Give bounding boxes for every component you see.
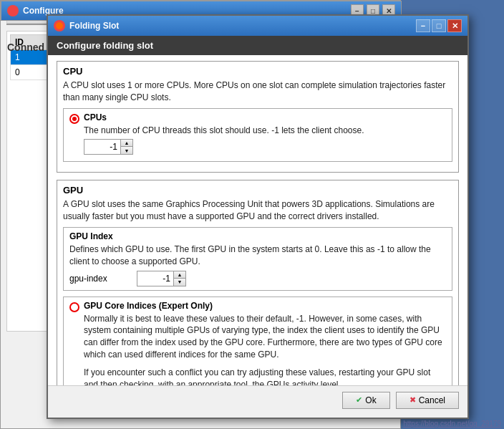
- modal-body[interactable]: CPU A CPU slot uses 1 or more CPUs. More…: [48, 55, 467, 385]
- cancel-label: Cancel: [419, 395, 445, 405]
- gpu-index-desc: Defines which GPU to use. The first GPU …: [69, 244, 446, 268]
- connected-label: Conned: [7, 42, 44, 53]
- cpus-subsection: CPUs The number of CPU threads this slot…: [63, 108, 452, 163]
- cpus-down-arrow[interactable]: ▼: [121, 147, 132, 154]
- gpu-core-radio[interactable]: [69, 302, 79, 312]
- url-bar: https://blog.csdn.net/qq_29179: [400, 418, 504, 429]
- gpu-index-arrows: ▲ ▼: [173, 271, 185, 286]
- gpu-core-desc1: Normally it is best to leave these value…: [84, 313, 446, 361]
- gpu-index-spinbox-row: gpu-index -1 ▲ ▼: [69, 271, 446, 286]
- cancel-icon: ✖: [410, 395, 416, 405]
- modal-title: Folding Slot: [69, 21, 119, 31]
- gpu-core-title: GPU Core Indices (Expert Only): [84, 301, 446, 311]
- folding-slot-modal: Folding Slot − □ ✕ Configure folding slo…: [47, 14, 469, 419]
- modal-header-label: Configure folding slot: [57, 40, 153, 51]
- cpus-spinbox-row: -1 ▲ ▼: [84, 139, 364, 155]
- modal-maximize-btn[interactable]: □: [432, 19, 446, 32]
- gpu-core-radio-row: GPU Core Indices (Expert Only) Normally …: [69, 301, 446, 385]
- gpu-section-desc: A GPU slot uses the same Graphics Proces…: [63, 198, 452, 223]
- svg-point-0: [56, 22, 63, 29]
- gpu-index-title: GPU Index: [69, 231, 446, 241]
- gpu-index-down-arrow[interactable]: ▼: [174, 279, 185, 286]
- gpu-core-desc2: If you encounter such a conflict you can…: [84, 367, 446, 385]
- footer-cancel-button[interactable]: ✖ Cancel: [396, 392, 459, 409]
- cpus-spinbox[interactable]: -1 ▲ ▼: [84, 139, 133, 155]
- cpus-radio[interactable]: [69, 114, 79, 124]
- modal-footer: ✔ Ok ✖ Cancel: [48, 385, 467, 414]
- modal-close-btn[interactable]: ✕: [447, 19, 462, 32]
- cpus-desc: The number of CPU threads this slot shou…: [84, 125, 364, 137]
- ok-icon: ✔: [356, 395, 362, 405]
- cpu-section-title: CPU: [63, 66, 452, 77]
- gpu-index-input[interactable]: -1: [137, 272, 173, 285]
- gpu-index-up-arrow[interactable]: ▲: [174, 271, 185, 279]
- modal-title-bar: Folding Slot − □ ✕: [48, 16, 467, 36]
- gpu-core-subsection: GPU Core Indices (Expert Only) Normally …: [63, 297, 452, 385]
- modal-minimize-btn[interactable]: −: [416, 19, 430, 32]
- modal-app-icon: [54, 20, 65, 32]
- cpu-section: CPU A CPU slot uses 1 or more CPUs. More…: [57, 61, 459, 173]
- gpu-section-title: GPU: [63, 185, 452, 196]
- cpu-section-desc: A CPU slot uses 1 or more CPUs. More CPU…: [63, 79, 452, 104]
- cpus-radio-row: CPUs The number of CPU threads this slot…: [69, 112, 446, 155]
- gpu-index-spinbox[interactable]: -1 ▲ ▼: [137, 271, 186, 286]
- gpu-section: GPU A GPU slot uses the same Graphics Pr…: [57, 180, 459, 385]
- ok-button[interactable]: ✔ Ok: [342, 392, 389, 409]
- cpus-up-arrow[interactable]: ▲: [121, 140, 132, 147]
- gpu-index-label: gpu-index: [69, 274, 134, 284]
- cpus-input[interactable]: -1: [84, 140, 120, 153]
- modal-win-controls: − □ ✕: [416, 19, 462, 32]
- cpus-arrows: ▲ ▼: [120, 140, 132, 154]
- gpu-index-subsection: GPU Index Defines which GPU to use. The …: [63, 227, 452, 291]
- configure-app-icon: [7, 5, 19, 16]
- cpus-title: CPUs: [84, 112, 364, 122]
- ok-label: Ok: [365, 395, 376, 405]
- modal-header: Configure folding slot: [48, 36, 467, 55]
